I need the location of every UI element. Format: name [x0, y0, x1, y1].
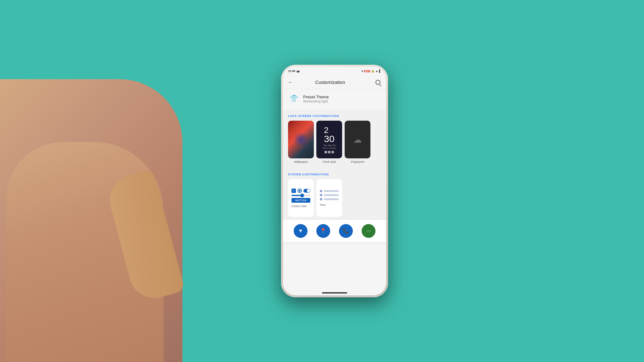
clock-preview: 230 Tue, Nov 28 95% ● Charging [316, 121, 342, 158]
tone-card[interactable]: Tone [316, 179, 342, 217]
app-screen: 12:48 📷 N WiFi 🔒 ▲ ▌ ← Customization [283, 67, 386, 295]
tone-dot-2 [320, 194, 322, 196]
battery-icon: ▌ [379, 69, 381, 73]
bottom-icons-bar: ▼ 📍 📞 ··· [283, 219, 386, 242]
clock-style-thumbnail: 230 Tue, Nov 28 95% ● Charging [316, 121, 342, 158]
accent-color-card[interactable]: ✓ [288, 179, 314, 217]
clock-app-icon-2 [328, 151, 330, 153]
toggle-icon [303, 189, 310, 193]
status-time: 12:48 [288, 69, 295, 73]
accent-controls-row: ✓ [291, 189, 310, 193]
slider-row [291, 195, 310, 196]
slider-thumb [300, 194, 304, 197]
phone-screen: 12:48 📷 N WiFi 🔒 ▲ ▌ ← Customization [283, 67, 386, 295]
preset-theme-row[interactable]: 👕 Preset Theme Illuminating light [283, 89, 386, 108]
clock-battery-display: 95% ● Charging [322, 147, 336, 149]
navigation-icon-button[interactable]: ▼ [294, 224, 308, 238]
hand-background [0, 79, 182, 362]
preset-theme-title: Preset Theme [303, 95, 329, 99]
search-button[interactable] [374, 78, 382, 87]
phone-wrapper: 12:48 📷 N WiFi 🔒 ▲ ▌ ← Customization [281, 65, 388, 297]
lock-screen-section: LOCK SCREEN CUSTOMIZATION Wallpapers [283, 110, 386, 168]
radio-icon [297, 189, 302, 193]
fingerprint-label: Fingerprint [351, 160, 364, 163]
clock-app-icon-1 [325, 151, 327, 153]
tone-item-1 [320, 190, 339, 192]
phone-icon-button[interactable]: 📞 [339, 224, 353, 238]
search-icon [375, 80, 380, 85]
tone-bar-2 [324, 194, 339, 196]
phone-home-indicator [322, 292, 347, 293]
tone-item-2 [320, 194, 339, 196]
tone-label: Tone [319, 203, 326, 206]
fingerprint-item[interactable]: ☁ Fingerprint [345, 121, 370, 163]
wallpapers-item[interactable]: Wallpapers [288, 121, 314, 163]
lock-screen-scroll[interactable]: Wallpapers 230 Tue, Nov 28 95% ● Chargin… [283, 119, 386, 166]
tone-item-3 [320, 198, 339, 200]
fingerprint-icon: ☁ [353, 134, 362, 145]
clock-time-display: 230 [324, 126, 334, 144]
clock-style-label: Clock style [322, 160, 336, 163]
wallpaper-detail [293, 132, 308, 147]
app-header: ← Customization [283, 75, 386, 89]
toggle-knob [307, 189, 310, 192]
status-right: N WiFi 🔒 ▲ ▌ [362, 69, 381, 73]
location-icon-button[interactable]: 📍 [316, 224, 330, 238]
tone-dot-3 [320, 198, 322, 200]
checkbox-icon: ✓ [291, 189, 296, 193]
system-section: SYSTEM CUSTOMIZATION ✓ [283, 168, 386, 244]
fingerprint-thumbnail: ☁ [345, 121, 370, 158]
status-bar: 12:48 📷 N WiFi 🔒 ▲ ▌ [283, 67, 386, 75]
tone-bar-3 [324, 198, 339, 200]
preset-theme-subtitle: Illuminating light [303, 99, 329, 103]
tone-bar-1 [324, 190, 339, 192]
clock-date-display: Tue, Nov 28 [323, 144, 335, 146]
wallpapers-label: Wallpapers [294, 160, 308, 163]
messages-icon-button[interactable]: ··· [362, 224, 375, 238]
lock-icon: 🔒 [371, 69, 375, 73]
clock-style-item[interactable]: 230 Tue, Nov 28 95% ● Charging [316, 121, 342, 163]
radio-dot [299, 190, 301, 192]
wallpaper-image [288, 121, 314, 158]
theme-text-group: Preset Theme Illuminating light [303, 95, 329, 103]
theme-icon: 👕 [288, 93, 299, 104]
tone-dot-1 [320, 190, 322, 192]
clock-app-icon-3 [331, 151, 334, 153]
fingerprint-preview: ☁ [345, 121, 370, 158]
clock-icons-row [325, 151, 334, 153]
page-title: Customization [287, 80, 374, 85]
signal-icon: ▲ [375, 69, 378, 73]
camera-icon: 📷 [297, 70, 300, 73]
lock-screen-section-header: LOCK SCREEN CUSTOMIZATION [283, 111, 386, 119]
system-section-header: SYSTEM CUSTOMIZATION [283, 170, 386, 178]
system-grid: ✓ [283, 178, 386, 219]
wifi-label: WiFi [364, 70, 370, 72]
app-body: 👕 Preset Theme Illuminating light LOCK S… [283, 89, 386, 295]
status-left: 12:48 📷 [288, 69, 300, 73]
accent-button[interactable]: BUTTON [291, 198, 310, 203]
phone-outer-shell: 12:48 📷 N WiFi 🔒 ▲ ▌ ← Customization [281, 65, 388, 297]
nfc-icon: N [362, 70, 363, 72]
accent-color-label: Accent color [291, 205, 307, 208]
wallpapers-thumbnail [288, 121, 314, 158]
